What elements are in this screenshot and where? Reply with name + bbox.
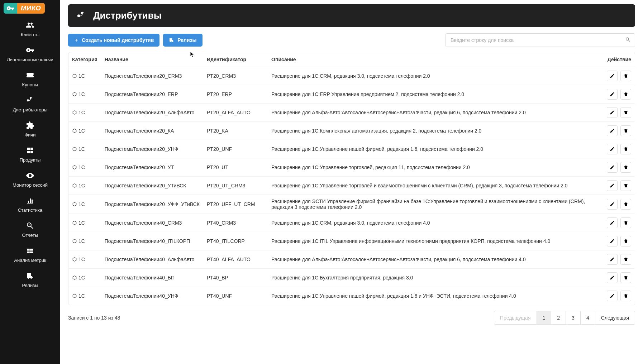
delete-button[interactable] (620, 236, 631, 246)
sidebar-item-7[interactable]: Статистика (0, 192, 60, 217)
cell-identifier: PT40_ALFA_AUTO (203, 250, 268, 269)
sidebar-item-5[interactable]: Продукты (0, 142, 60, 167)
sidebar-item-label: Продукты (20, 157, 41, 163)
trash-icon (623, 220, 628, 225)
col-category[interactable]: Категория (68, 52, 101, 67)
edit-icon (610, 128, 615, 133)
cell-description: Расширение для 1С:Управление торговлей, … (268, 158, 602, 177)
trash-icon (623, 110, 628, 115)
edit-icon (610, 293, 615, 298)
cell-identifier: PT20_UT_CRM3 (203, 177, 268, 195)
sidebar-item-1[interactable]: Лицензионные ключи (0, 42, 60, 67)
delete-button[interactable] (620, 144, 631, 154)
table-row: 1С ПодсистемаТелефонии40_БП PT40_BP Расш… (68, 269, 635, 287)
cell-actions (602, 122, 635, 140)
edit-button[interactable] (607, 125, 618, 136)
sidebar-item-label: Дистрибьюторы (13, 107, 47, 112)
cell-name: ПодсистемаТелефонии20_УФФ_УТиВСК (101, 195, 203, 214)
sidebar-item-label: Релизы (22, 283, 38, 288)
cell-name: ПодсистемаТелефонии20_КА (101, 122, 203, 140)
edit-button[interactable] (607, 217, 618, 228)
create-distributive-button[interactable]: Создать новый дистрибутив (68, 34, 159, 47)
delete-button[interactable] (620, 180, 631, 191)
cell-actions (602, 158, 635, 177)
sidebar-item-0[interactable]: Клиенты (0, 16, 60, 42)
cell-description: Расширение для 1С:Управление нашей фирмо… (268, 287, 602, 305)
search-input[interactable] (445, 33, 635, 47)
delete-button[interactable] (620, 125, 631, 136)
trash-icon (623, 293, 628, 298)
cell-actions (602, 85, 635, 104)
edit-button[interactable] (607, 107, 618, 118)
cell-identifier: PT20_CRM3 (203, 67, 268, 85)
delete-button[interactable] (620, 254, 631, 265)
col-description[interactable]: Описание (268, 52, 602, 67)
create-distributive-label: Создать новый дистрибутив (82, 37, 154, 43)
cube-icon (72, 202, 77, 207)
cell-identifier: PT20_KA (203, 122, 268, 140)
sidebar-item-10[interactable]: Релизы (0, 267, 60, 292)
edit-button[interactable] (607, 71, 618, 81)
pagination-page-1[interactable]: 1 (537, 311, 552, 325)
cell-description: Расширение для 1С:CRM, редакция 3.0, под… (268, 67, 602, 85)
delete-button[interactable] (620, 199, 631, 210)
delete-button[interactable] (620, 217, 631, 228)
table-row: 1С ПодсистемаТелефонии20_УТ PT20_UT Расш… (68, 158, 635, 177)
cell-description: Расширение для 1С:CRM, редакция 3.0, под… (268, 214, 602, 232)
sidebar-item-label: Фичи (24, 132, 35, 138)
cube-icon (72, 73, 77, 78)
edit-button[interactable] (607, 236, 618, 246)
sidebar-item-3[interactable]: Дистрибьюторы (0, 92, 60, 117)
edit-icon (610, 110, 615, 115)
edit-icon (610, 165, 615, 170)
pagination-page-3[interactable]: 3 (566, 311, 581, 325)
cell-category: 1С (68, 158, 101, 177)
sidebar-item-label: Купоны (22, 82, 38, 87)
edit-button[interactable] (607, 144, 618, 154)
edit-button[interactable] (607, 291, 618, 301)
sidebar-item-label: Отчеты (22, 233, 38, 238)
edit-button[interactable] (607, 199, 618, 210)
delete-button[interactable] (620, 272, 631, 283)
delete-button[interactable] (620, 291, 631, 301)
edit-icon (610, 257, 615, 262)
edit-button[interactable] (607, 89, 618, 100)
releases-label: Релизы (177, 37, 196, 43)
edit-button[interactable] (607, 180, 618, 191)
logo: МИКО (0, 0, 60, 16)
edit-button[interactable] (607, 254, 618, 265)
plus-icon (74, 38, 79, 43)
cell-category: 1С (68, 269, 101, 287)
sidebar-item-6[interactable]: Монитор сессий (0, 167, 60, 192)
sidebar-item-label: Лицензионные ключи (7, 57, 53, 62)
page-header: Дистрибутивы (68, 4, 635, 27)
cell-name: ПодсистемаТелефонии20_УНФ (101, 140, 203, 158)
pagination-prev[interactable]: Предыдущая (494, 311, 537, 325)
cube-icon (72, 275, 77, 280)
cell-actions (602, 177, 635, 195)
cell-category: 1С (68, 122, 101, 140)
delete-button[interactable] (620, 71, 631, 81)
trash-icon (623, 257, 628, 262)
delete-button[interactable] (620, 107, 631, 118)
cell-description: Расширение для 1С:Управление нашей фирмо… (268, 140, 602, 158)
sidebar-item-4[interactable]: Фичи (0, 117, 60, 142)
col-identifier[interactable]: Идентификатор (203, 52, 268, 67)
col-name[interactable]: Название (101, 52, 203, 67)
delete-button[interactable] (620, 89, 631, 100)
cell-identifier: PT40_ITILCORP (203, 232, 268, 250)
cell-category: 1С (68, 250, 101, 269)
trash-icon (623, 73, 628, 78)
cube-icon (72, 257, 77, 262)
edit-button[interactable] (607, 162, 618, 173)
pagination-next[interactable]: Следующая (595, 311, 635, 325)
sidebar-item-2[interactable]: Купоны (0, 67, 60, 92)
edit-button[interactable] (607, 272, 618, 283)
delete-button[interactable] (620, 162, 631, 173)
sidebar-item-9[interactable]: Анализ метрик (0, 242, 60, 267)
pagination-page-4[interactable]: 4 (580, 311, 595, 325)
cell-category: 1С (68, 232, 101, 250)
pagination-page-2[interactable]: 2 (551, 311, 566, 325)
releases-button[interactable]: Релизы (163, 34, 202, 47)
sidebar-item-8[interactable]: Отчеты (0, 217, 60, 242)
